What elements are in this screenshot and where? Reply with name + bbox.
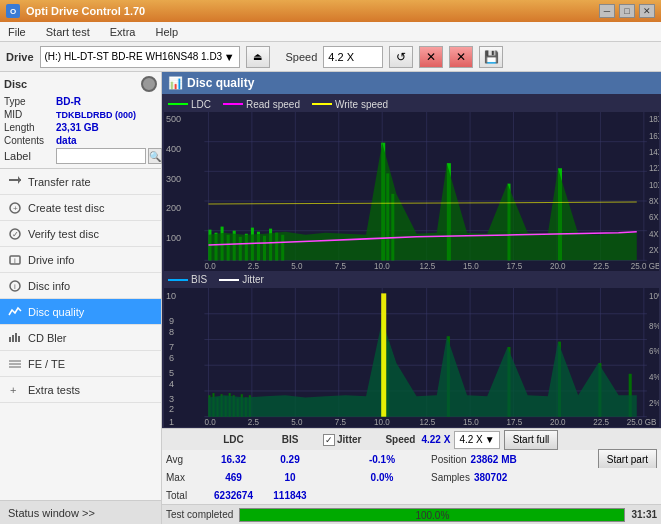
- svg-text:2.5: 2.5: [248, 261, 260, 270]
- svg-text:22.5: 22.5: [593, 417, 609, 427]
- menu-extra[interactable]: Extra: [106, 24, 140, 40]
- nav-cd-bler-label: CD Bler: [28, 332, 67, 344]
- bis-legend: BIS: [168, 274, 207, 285]
- disc-label-btn[interactable]: 🔍: [148, 148, 162, 164]
- top-chart-svg: 500 400 300 200 100 18X 16X 14X 12X 10X …: [164, 112, 659, 271]
- refresh-button[interactable]: ↺: [389, 46, 413, 68]
- write-speed-color: [312, 103, 332, 105]
- svg-text:18X: 18X: [649, 115, 659, 124]
- svg-text:300: 300: [166, 174, 181, 184]
- speed-select-arrow: ▼: [485, 434, 495, 445]
- left-panel: Disc Type BD-R MID TDKBLDRBD (000) Lengt…: [0, 72, 162, 524]
- jitter-color: [219, 279, 239, 281]
- write-speed-label: Write speed: [335, 99, 388, 110]
- eject-button[interactable]: ⏏: [246, 46, 270, 68]
- maximize-button[interactable]: □: [619, 4, 635, 18]
- settings-button[interactable]: ✕: [419, 46, 443, 68]
- svg-text:+: +: [13, 204, 18, 213]
- ldc-legend: LDC: [168, 99, 211, 110]
- svg-text:4%: 4%: [649, 372, 659, 382]
- nav-fe-te-label: FE / TE: [28, 358, 65, 370]
- svg-text:2: 2: [169, 404, 174, 414]
- svg-text:8X: 8X: [649, 197, 659, 206]
- svg-text:10X: 10X: [649, 181, 659, 190]
- svg-text:2.5: 2.5: [248, 417, 260, 427]
- menu-file[interactable]: File: [4, 24, 30, 40]
- svg-text:7.5: 7.5: [335, 261, 347, 270]
- sidebar-item-fe-te[interactable]: FE / TE: [0, 351, 161, 377]
- minimize-button[interactable]: ─: [599, 4, 615, 18]
- bis-col-header: BIS: [265, 434, 315, 445]
- sidebar-item-verify-test-disc[interactable]: ✓ Verify test disc: [0, 221, 161, 247]
- avg-jitter: -0.1%: [347, 454, 417, 465]
- disc-section: Disc Type BD-R MID TDKBLDRBD (000) Lengt…: [0, 72, 161, 169]
- svg-rect-12: [15, 333, 17, 342]
- max-label: Max: [166, 472, 202, 483]
- max-ldc: 469: [206, 472, 261, 483]
- status-window-button[interactable]: Status window >>: [0, 500, 161, 524]
- svg-text:2X: 2X: [649, 246, 659, 255]
- sidebar-item-disc-info[interactable]: i Disc info: [0, 273, 161, 299]
- contents-value: data: [56, 135, 77, 146]
- svg-text:2%: 2%: [649, 397, 659, 407]
- disc-label-label: Label: [4, 150, 56, 162]
- nav-verify-test-disc-label: Verify test disc: [28, 228, 99, 240]
- sidebar-item-cd-bler[interactable]: CD Bler: [0, 325, 161, 351]
- title-bar: O Opti Drive Control 1.70 ─ □ ✕: [0, 0, 661, 22]
- write-speed-legend: Write speed: [312, 99, 388, 110]
- disc-length-row: Length 23,31 GB: [4, 122, 157, 133]
- time-display: 31:31: [631, 509, 657, 520]
- start-full-button[interactable]: Start full: [504, 430, 559, 450]
- app-title: Opti Drive Control 1.70: [26, 5, 145, 17]
- options-button[interactable]: ✕: [449, 46, 473, 68]
- cd-bler-icon: [8, 331, 22, 345]
- jitter-checkbox[interactable]: ✓: [323, 434, 335, 446]
- svg-marker-1: [18, 176, 21, 184]
- svg-text:5: 5: [169, 367, 174, 377]
- svg-text:17.5: 17.5: [506, 417, 522, 427]
- speed-select[interactable]: 4.2 X: [323, 46, 383, 68]
- close-button[interactable]: ✕: [639, 4, 655, 18]
- drive-info-icon: i: [8, 253, 22, 267]
- disc-label-row: Label 🔍: [4, 148, 157, 164]
- transfer-rate-icon: [8, 175, 22, 189]
- disc-icon: [141, 76, 157, 92]
- jitter-check-container[interactable]: ✓ Jitter: [323, 434, 361, 446]
- sidebar-item-disc-quality[interactable]: Disc quality: [0, 299, 161, 325]
- drive-label: Drive: [6, 51, 34, 63]
- disc-label-input[interactable]: [56, 148, 146, 164]
- menu-help[interactable]: Help: [151, 24, 182, 40]
- save-button[interactable]: 💾: [479, 46, 503, 68]
- svg-text:7: 7: [169, 342, 174, 352]
- drive-select[interactable]: (H:) HL-DT-ST BD-RE WH16NS48 1.D3 ▼: [40, 46, 240, 68]
- right-content: 📊 Disc quality LDC Read speed: [162, 72, 661, 524]
- svg-text:9: 9: [169, 316, 174, 326]
- svg-text:12.5: 12.5: [420, 261, 436, 270]
- svg-text:6%: 6%: [649, 346, 659, 356]
- svg-text:200: 200: [166, 203, 181, 213]
- chart-header: 📊 Disc quality: [162, 72, 661, 94]
- svg-text:400: 400: [166, 144, 181, 154]
- max-bis: 10: [265, 472, 315, 483]
- sidebar-item-transfer-rate[interactable]: Transfer rate: [0, 169, 161, 195]
- contents-label: Contents: [4, 135, 56, 146]
- sidebar-item-extra-tests[interactable]: + Extra tests: [0, 377, 161, 403]
- sidebar-item-create-test-disc[interactable]: + Create test disc: [0, 195, 161, 221]
- sidebar-item-drive-info[interactable]: i Drive info: [0, 247, 161, 273]
- progress-bar: 100.0%: [239, 508, 625, 522]
- samples-value: 380702: [474, 472, 507, 483]
- menu-start-test[interactable]: Start test: [42, 24, 94, 40]
- svg-text:20.0: 20.0: [550, 261, 566, 270]
- svg-text:500: 500: [166, 114, 181, 124]
- speed-select-stats[interactable]: 4.2 X ▼: [454, 431, 499, 449]
- svg-text:16X: 16X: [649, 132, 659, 141]
- svg-text:15.0: 15.0: [463, 261, 479, 270]
- svg-text:7.5: 7.5: [335, 417, 347, 427]
- disc-contents-row: Contents data: [4, 135, 157, 146]
- stats-avg-row: Avg 16.32 0.29 -0.1% Position 23862 MB S…: [162, 450, 661, 468]
- start-part-button[interactable]: Start part: [598, 449, 657, 469]
- read-speed-color: [223, 103, 243, 105]
- svg-text:4X: 4X: [649, 230, 659, 239]
- svg-text:12.5: 12.5: [420, 417, 436, 427]
- disc-mid-row: MID TDKBLDRBD (000): [4, 109, 157, 120]
